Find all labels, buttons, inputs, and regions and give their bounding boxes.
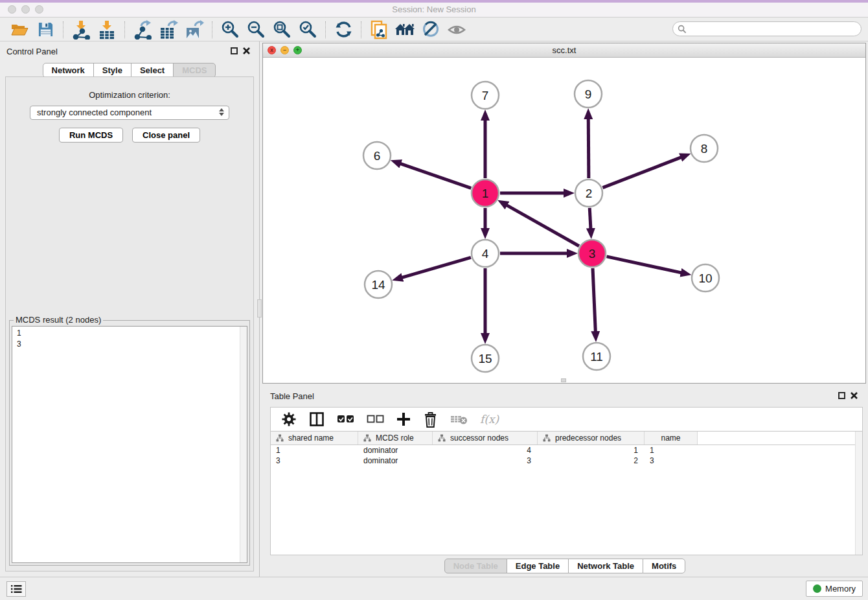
- edge-3-1[interactable]: [506, 205, 579, 246]
- export-network-icon[interactable]: [130, 19, 155, 40]
- edge-2-9[interactable]: [588, 118, 589, 178]
- zoom-fit-icon[interactable]: [269, 19, 295, 40]
- run-mcds-button[interactable]: Run MCDS: [59, 128, 123, 143]
- settings-gear-icon[interactable]: [281, 411, 297, 427]
- cell-successor-nodes[interactable]: 4: [433, 446, 538, 455]
- zoom-in-icon[interactable]: [217, 19, 243, 40]
- node-label-10: 10: [698, 271, 712, 285]
- table-scrollbar[interactable]: [855, 432, 862, 555]
- cytoscape-window: Session: New Session: [0, 0, 868, 600]
- edge-2-3[interactable]: [589, 208, 591, 229]
- close-panel-button[interactable]: Close panel: [132, 128, 200, 143]
- open-file-icon[interactable]: [6, 19, 32, 40]
- edge-2-8[interactable]: [602, 157, 681, 187]
- node-label-8: 8: [701, 142, 708, 156]
- network-close-icon[interactable]: x: [268, 46, 276, 54]
- cell-name[interactable]: 1: [645, 446, 698, 455]
- cell-successor-nodes[interactable]: 3: [433, 456, 538, 465]
- delete-column-icon[interactable]: [423, 411, 438, 428]
- table-row[interactable]: 3dominator323: [271, 456, 862, 466]
- cell-MCDS-role[interactable]: dominator: [358, 456, 433, 465]
- mcds-result-group: MCDS result (2 nodes) 1 3: [9, 320, 250, 566]
- optimization-label: Optimization criterion:: [6, 90, 253, 100]
- edge-3-10[interactable]: [606, 257, 681, 273]
- tab-select[interactable]: Select: [131, 63, 174, 78]
- edge-4-14[interactable]: [402, 257, 471, 277]
- column-header-successor-nodes[interactable]: successor nodes: [433, 432, 538, 444]
- column-layout-icon[interactable]: [309, 411, 325, 427]
- column-header-MCDS-role[interactable]: MCDS role: [358, 432, 433, 444]
- node-label-6: 6: [374, 149, 381, 163]
- network-view-window: x – + scc.txt 7968124314101511: [262, 43, 866, 384]
- table-tab-motifs[interactable]: Motifs: [643, 559, 685, 573]
- criterion-select[interactable]: strongly connected component: [30, 106, 229, 120]
- control-panel-title: Control Panel: [6, 47, 58, 56]
- criterion-value: strongly connected component: [37, 108, 152, 117]
- tab-style[interactable]: Style: [93, 63, 131, 78]
- tab-network[interactable]: Network: [43, 63, 94, 78]
- export-table-icon[interactable]: [155, 19, 181, 40]
- select-all-columns-icon[interactable]: [337, 415, 354, 424]
- cell-predecessor-nodes[interactable]: 1: [538, 446, 645, 455]
- result-scrollbar[interactable]: [240, 327, 247, 562]
- import-table-icon[interactable]: [94, 19, 120, 40]
- memory-label: Memory: [825, 584, 856, 594]
- edge-1-6[interactable]: [400, 163, 471, 188]
- table-tab-network-table[interactable]: Network Table: [568, 559, 643, 573]
- network-canvas[interactable]: 7968124314101511: [263, 58, 865, 383]
- home-views-icon[interactable]: [392, 19, 418, 40]
- column-header-predecessor-nodes[interactable]: predecessor nodes: [538, 432, 645, 444]
- edge-3-11[interactable]: [593, 268, 595, 332]
- node-table[interactable]: shared nameMCDS rolesuccessor nodesprede…: [270, 432, 863, 555]
- node-label-4: 4: [482, 247, 489, 260]
- cell-shared-name[interactable]: 3: [271, 456, 358, 465]
- close-table-panel-icon[interactable]: [850, 391, 858, 400]
- column-header-shared-name[interactable]: shared name: [271, 432, 358, 444]
- column-header-name[interactable]: name: [645, 432, 698, 444]
- titlebar: Session: New Session: [0, 0, 868, 17]
- float-table-panel-icon[interactable]: [838, 392, 845, 399]
- graph-edges[interactable]: [400, 118, 682, 334]
- task-history-button[interactable]: [6, 581, 26, 597]
- network-minimize-icon[interactable]: –: [280, 46, 289, 54]
- network-resize-handle[interactable]: [561, 378, 566, 382]
- tree-attribute-icon: [363, 434, 371, 442]
- graph-svg[interactable]: 7968124314101511: [263, 58, 865, 383]
- network-window-titlebar[interactable]: x – + scc.txt: [263, 43, 865, 58]
- cell-shared-name[interactable]: 1: [271, 446, 358, 455]
- show-hidden-icon[interactable]: [444, 19, 470, 40]
- close-panel-icon[interactable]: [242, 47, 251, 55]
- cell-MCDS-role[interactable]: dominator: [358, 446, 433, 455]
- table-tab-edge-table[interactable]: Edge Table: [507, 559, 569, 573]
- hide-selected-icon[interactable]: [418, 19, 444, 40]
- apply-layout-icon[interactable]: [330, 19, 356, 40]
- mcds-pane: Optimization criterion: strongly connect…: [5, 76, 254, 571]
- delete-table-icon[interactable]: [450, 413, 468, 425]
- node-label-15: 15: [478, 352, 492, 365]
- function-builder-icon[interactable]: f(x): [480, 413, 499, 426]
- tab-mcds[interactable]: MCDS: [173, 63, 216, 78]
- deselect-all-columns-icon[interactable]: [367, 415, 384, 424]
- search-input[interactable]: [687, 25, 861, 34]
- zoom-selected-icon[interactable]: [295, 19, 321, 40]
- save-session-icon[interactable]: [32, 19, 58, 40]
- cell-predecessor-nodes[interactable]: 2: [538, 456, 645, 465]
- export-image-icon[interactable]: [181, 19, 207, 40]
- search-field-container: [672, 21, 862, 36]
- import-network-icon[interactable]: [68, 19, 94, 40]
- search-icon: [678, 25, 687, 34]
- clone-network-icon[interactable]: [366, 19, 392, 40]
- cell-name[interactable]: 3: [645, 456, 698, 465]
- memory-button[interactable]: Memory: [806, 581, 863, 597]
- memory-status-icon: [813, 584, 821, 593]
- panel-splitter-handle[interactable]: [257, 299, 262, 317]
- network-maximize-icon[interactable]: +: [293, 46, 302, 54]
- add-column-icon[interactable]: [396, 412, 411, 426]
- zoom-out-icon[interactable]: [243, 19, 269, 40]
- table-tab-node-table[interactable]: Node Table: [444, 559, 507, 573]
- float-panel-icon[interactable]: [231, 47, 238, 54]
- table-row[interactable]: 1dominator411: [271, 445, 862, 456]
- mcds-result-text[interactable]: 1 3: [12, 326, 247, 563]
- table-header-filler: [698, 432, 862, 444]
- table-toolbar: f(x): [270, 407, 863, 432]
